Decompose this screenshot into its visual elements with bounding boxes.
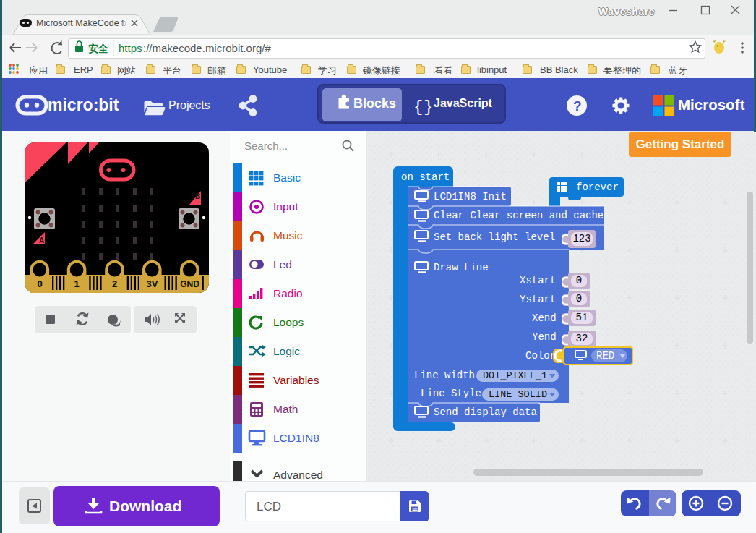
svg-text:GND: GND	[180, 279, 199, 289]
svg-text:安全: 安全	[88, 43, 108, 54]
svg-text:https: https	[119, 42, 142, 54]
svg-text:://makecode.microbit.org/#: ://makecode.microbit.org/#	[143, 42, 271, 54]
svg-text:A: A	[39, 236, 44, 244]
svg-text:0: 0	[37, 278, 42, 289]
svg-text:2: 2	[112, 278, 117, 289]
svg-text:1: 1	[74, 278, 79, 289]
svg-text:{}: {}	[413, 98, 434, 116]
svg-text:3V: 3V	[147, 278, 158, 289]
svg-text:?: ?	[573, 98, 582, 114]
svg-text:B: B	[195, 192, 200, 200]
